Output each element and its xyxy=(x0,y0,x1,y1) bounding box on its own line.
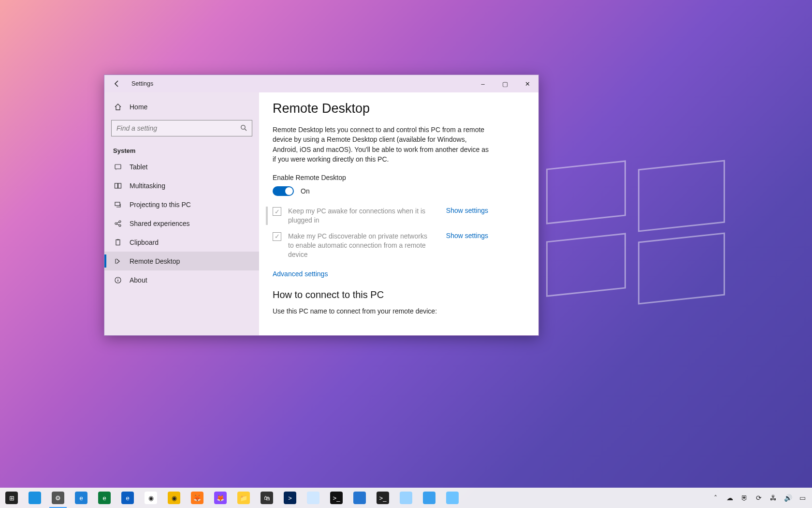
svg-point-7 xyxy=(115,223,117,224)
sidebar-item-label: Projecting to this PC xyxy=(130,201,191,209)
tray-chevron-up-icon[interactable]: ˄ xyxy=(709,488,722,508)
taskbar-cortana[interactable] xyxy=(23,488,46,508)
photos-icon xyxy=(353,492,366,504)
sidebar-item-clipboard[interactable]: Clipboard xyxy=(104,233,259,252)
taskbar-onedrive[interactable] xyxy=(394,488,418,508)
firefox-icon: 🦊 xyxy=(191,492,203,504)
taskbar-powershell[interactable]: > xyxy=(278,488,302,508)
show-settings-link-1[interactable]: Show settings xyxy=(446,207,488,214)
svg-point-17 xyxy=(117,278,118,279)
sidebar: Home System TabletMultitaskingProjecting… xyxy=(104,92,259,335)
enable-remote-desktop-toggle[interactable] xyxy=(273,186,294,196)
window-minimize[interactable]: – xyxy=(472,75,494,92)
sidebar-item-tablet[interactable]: Tablet xyxy=(104,157,259,176)
tablet-icon xyxy=(113,162,123,172)
taskbar-edge-canary[interactable]: e xyxy=(116,488,139,508)
onedrive-icon xyxy=(400,492,412,504)
svg-line-10 xyxy=(117,222,119,223)
taskbar-notepad[interactable] xyxy=(302,488,325,508)
sidebar-item-multitasking[interactable]: Multitasking xyxy=(104,176,259,195)
system-tray: ˄☁⛨⟳🖧🔊▭ xyxy=(709,488,812,508)
tray-action-center-icon[interactable]: ▭ xyxy=(796,488,809,508)
option-discoverable-text: Make my PC discoverable on private netwo… xyxy=(288,232,435,259)
sidebar-item-label: Tablet xyxy=(130,163,147,171)
sidebar-item-projecting-to-this-pc[interactable]: Projecting to this PC xyxy=(104,195,259,214)
search-box[interactable] xyxy=(111,120,252,136)
taskbar-file-explorer[interactable]: 📁 xyxy=(232,488,255,508)
wsl-icon: >_ xyxy=(377,492,389,504)
search-input[interactable] xyxy=(116,124,240,132)
back-button[interactable] xyxy=(111,78,123,90)
checkbox-discoverable[interactable]: ✓ xyxy=(273,232,281,241)
taskbar-edge[interactable]: e xyxy=(70,488,93,508)
taskbar-photos[interactable] xyxy=(348,488,371,508)
sidebar-item-label: Multitasking xyxy=(130,182,165,190)
page-heading: Remote Desktop xyxy=(273,101,525,116)
sidebar-category: System xyxy=(104,141,259,157)
svg-rect-5 xyxy=(118,183,121,188)
svg-point-0 xyxy=(241,125,245,129)
store-icon: 🛍 xyxy=(261,492,273,504)
show-settings-link-2[interactable]: Show settings xyxy=(446,232,488,239)
terminal-icon: >_ xyxy=(330,492,343,504)
powershell-icon: > xyxy=(284,492,296,504)
taskbar-store[interactable]: 🛍 xyxy=(255,488,278,508)
settings-icon: ⚙ xyxy=(52,492,64,504)
taskbar-wsl[interactable]: >_ xyxy=(371,488,394,508)
tray-network-icon[interactable]: 🖧 xyxy=(767,488,780,508)
edge-canary-icon: e xyxy=(121,492,134,504)
svg-rect-6 xyxy=(115,202,120,206)
option-discoverable: ✓ Make my PC discoverable on private net… xyxy=(266,232,488,259)
taskbar-paint[interactable] xyxy=(441,488,464,508)
nav-home[interactable]: Home xyxy=(104,97,259,116)
chrome-canary-icon: ◉ xyxy=(168,492,180,504)
option-keep-awake-text: Keep my PC awake for connections when it… xyxy=(288,207,435,225)
sidebar-item-label: About xyxy=(130,276,147,284)
taskbar-terminal[interactable]: >_ xyxy=(325,488,348,508)
cortana-icon xyxy=(29,492,41,504)
svg-rect-4 xyxy=(115,183,118,188)
taskbar-rdp[interactable] xyxy=(418,488,441,508)
svg-rect-13 xyxy=(117,239,119,240)
tray-onedrive-icon[interactable]: ☁ xyxy=(723,488,737,508)
tray-updates-icon[interactable]: ⟳ xyxy=(752,488,766,508)
taskbar-chrome-canary[interactable]: ◉ xyxy=(162,488,186,508)
tray-volume-icon[interactable]: 🔊 xyxy=(781,488,795,508)
advanced-settings-link[interactable]: Advanced settings xyxy=(273,270,328,278)
taskbar-edge-dev[interactable]: e xyxy=(93,488,116,508)
connect-heading: How to connect to this PC xyxy=(273,289,525,300)
firefox-dev-icon: 🦊 xyxy=(214,492,227,504)
titlebar[interactable]: Settings – ▢ ✕ xyxy=(104,75,538,92)
window-close[interactable]: ✕ xyxy=(516,75,538,92)
checkbox-keep-awake[interactable]: ✓ xyxy=(273,207,281,216)
search-icon xyxy=(240,124,247,133)
sidebar-item-about[interactable]: About xyxy=(104,270,259,289)
edge-icon: e xyxy=(75,492,87,504)
edge-dev-icon: e xyxy=(98,492,111,504)
taskbar-firefox[interactable]: 🦊 xyxy=(186,488,209,508)
taskbar-start[interactable]: ⊞ xyxy=(0,488,23,508)
about-icon xyxy=(113,275,123,285)
paint-icon xyxy=(446,492,459,504)
taskbar-chrome[interactable]: ◉ xyxy=(139,488,162,508)
svg-line-1 xyxy=(245,129,246,131)
svg-line-11 xyxy=(117,224,119,225)
option-keep-awake: ✓ Keep my PC awake for connections when … xyxy=(266,207,488,225)
projecting-icon xyxy=(113,200,123,209)
sidebar-item-shared-experiences[interactable]: Shared experiences xyxy=(104,214,259,233)
multitasking-icon xyxy=(113,181,123,191)
svg-rect-2 xyxy=(115,164,121,169)
toggle-state-label: On xyxy=(301,187,310,195)
content-pane: Remote Desktop Remote Desktop lets you c… xyxy=(259,92,538,335)
connect-instruction: Use this PC name to connect from your re… xyxy=(273,307,525,315)
shared-icon xyxy=(113,219,123,228)
sidebar-item-label: Shared experiences xyxy=(130,220,190,227)
wallpaper-windows-logo xyxy=(546,164,725,305)
window-maximize[interactable]: ▢ xyxy=(494,75,516,92)
rdp-icon xyxy=(423,492,435,504)
tray-security-icon[interactable]: ⛨ xyxy=(738,488,751,508)
taskbar-settings[interactable]: ⚙ xyxy=(46,488,70,508)
taskbar-firefox-dev[interactable]: 🦊 xyxy=(209,488,232,508)
sidebar-item-remote-desktop[interactable]: Remote Desktop xyxy=(104,252,259,270)
file-explorer-icon: 📁 xyxy=(237,492,250,504)
